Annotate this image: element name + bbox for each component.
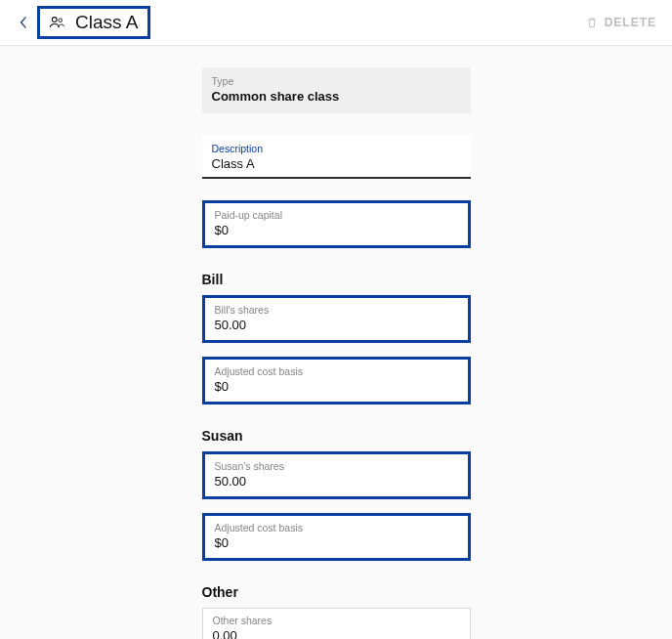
description-field[interactable]: Description Class A bbox=[202, 135, 471, 179]
shares-field[interactable]: Other shares0.00 bbox=[202, 608, 471, 639]
shares-value: 50.00 bbox=[215, 318, 458, 332]
shares-value: 0.00 bbox=[213, 628, 460, 639]
shares-label: Other shares bbox=[213, 615, 460, 626]
acb-value: $0 bbox=[215, 379, 458, 394]
type-field: Type Common share class bbox=[202, 67, 471, 113]
shareholder-heading: Bill bbox=[202, 272, 471, 287]
paid-up-capital-label: Paid-up capital bbox=[215, 209, 458, 221]
acb-field[interactable]: Adjusted cost basis$0 bbox=[202, 513, 471, 561]
page-header: Class A DELETE bbox=[0, 0, 672, 46]
acb-label: Adjusted cost basis bbox=[215, 365, 458, 377]
description-value: Class A bbox=[212, 156, 461, 171]
description-label: Description bbox=[212, 143, 461, 154]
shareholder-heading: Other bbox=[202, 584, 471, 600]
svg-point-1 bbox=[59, 19, 63, 22]
shareholder-heading: Susan bbox=[202, 428, 471, 444]
page-title: Class A bbox=[75, 12, 138, 33]
chevron-left-icon bbox=[20, 16, 27, 29]
trash-icon bbox=[585, 16, 599, 29]
type-value: Common share class bbox=[212, 89, 461, 104]
delete-label: DELETE bbox=[605, 16, 656, 29]
paid-up-capital-value: $0 bbox=[215, 223, 458, 237]
acb-field[interactable]: Adjusted cost basis$0 bbox=[202, 357, 471, 405]
shares-field[interactable]: Bill's shares50.00 bbox=[202, 295, 471, 343]
shares-value: 50.00 bbox=[215, 474, 458, 489]
shares-label: Bill's shares bbox=[215, 304, 458, 316]
people-icon bbox=[48, 14, 65, 31]
shares-label: Susan's shares bbox=[215, 460, 458, 472]
acb-value: $0 bbox=[215, 535, 458, 550]
form-content: Type Common share class Description Clas… bbox=[0, 46, 672, 639]
acb-label: Adjusted cost basis bbox=[215, 522, 458, 533]
delete-button[interactable]: DELETE bbox=[585, 16, 656, 29]
svg-point-0 bbox=[52, 18, 57, 22]
title-container: Class A bbox=[37, 6, 150, 39]
back-button[interactable] bbox=[16, 15, 31, 30]
type-label: Type bbox=[212, 75, 461, 87]
paid-up-capital-field[interactable]: Paid-up capital $0 bbox=[202, 200, 471, 248]
shares-field[interactable]: Susan's shares50.00 bbox=[202, 451, 471, 499]
